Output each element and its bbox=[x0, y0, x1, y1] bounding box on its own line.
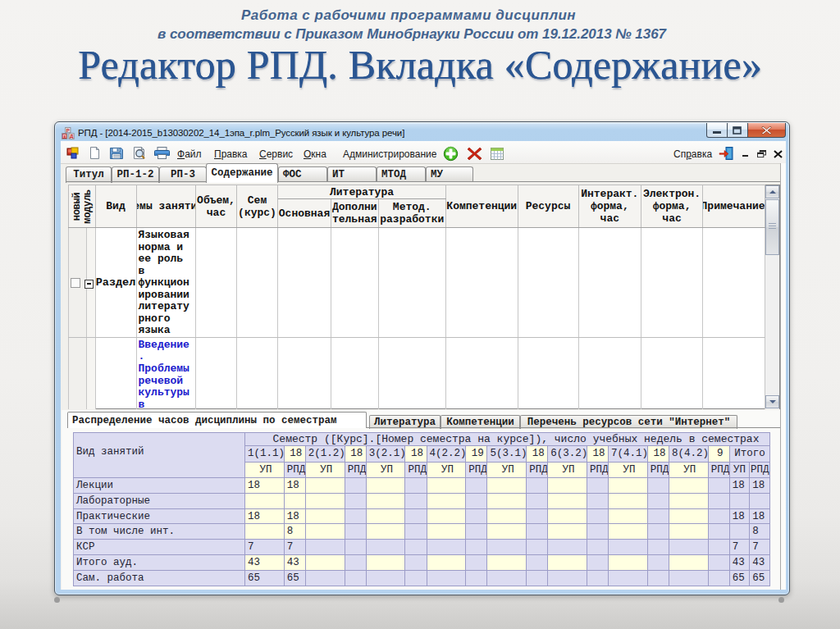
svg-text:Р: Р bbox=[66, 128, 70, 133]
svg-text:Д: Д bbox=[70, 134, 74, 139]
svg-text:П: П bbox=[63, 134, 66, 139]
